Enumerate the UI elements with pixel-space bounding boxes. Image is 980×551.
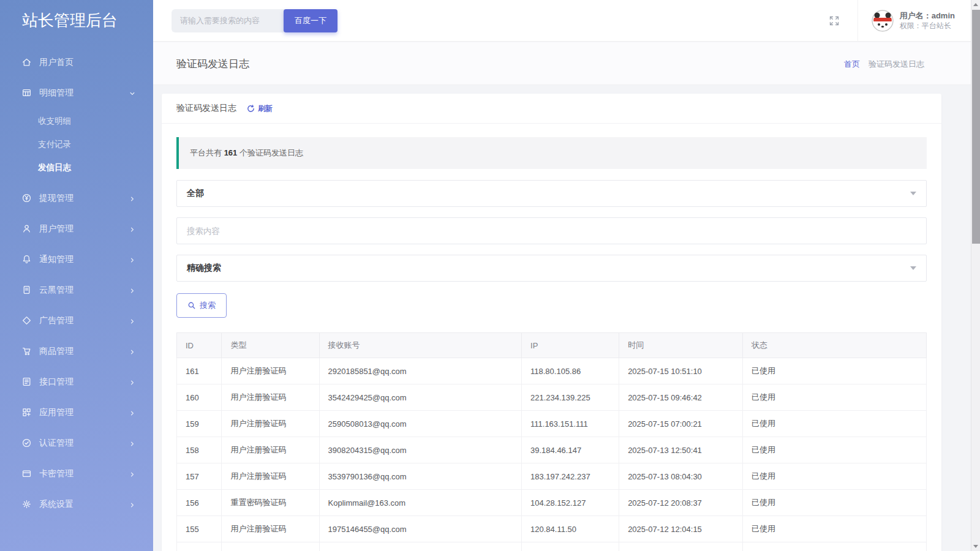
topbar-search-input[interactable]: [172, 9, 285, 32]
user-role: 权限：平台站长: [900, 21, 955, 31]
search-content-box: [176, 217, 927, 244]
exact-search-select[interactable]: 精确搜索: [176, 255, 927, 282]
table-cell: 3542429425@qq.com: [319, 384, 521, 411]
sidebar-item-card-management[interactable]: 卡密管理: [0, 459, 153, 489]
table-cell: 2025-07-13 08:04:30: [619, 463, 743, 490]
table-icon: [21, 88, 32, 98]
table-cell: 154: [177, 542, 222, 551]
table-cell: 104.28.152.127: [522, 490, 619, 516]
chevron-right-icon: [129, 225, 136, 233]
scroll-up-icon[interactable]: [971, 0, 980, 9]
table-row: 158用户注册验证码3908204315@qq.com39.184.46.147…: [177, 437, 927, 463]
table-cell: 118.80.105.86: [522, 358, 619, 384]
table-cell: 1975146455@qq.com: [319, 516, 521, 542]
table-cell: 用户注册验证码: [222, 437, 319, 463]
fullscreen-icon[interactable]: [822, 9, 846, 33]
card-icon: [21, 468, 32, 479]
home-icon: [21, 57, 32, 67]
card-title: 验证码发送日志: [176, 103, 236, 114]
scrollbar-thumb[interactable]: [972, 10, 980, 244]
table-cell: 用户注册验证码: [222, 384, 319, 411]
sidebar-item-system-settings[interactable]: 系统设置: [0, 489, 153, 520]
table-cell: 已使用: [743, 463, 927, 490]
sidebar-item-user-home[interactable]: 用户首页: [0, 47, 153, 78]
page-title: 验证码发送日志: [176, 57, 249, 71]
summary-alert: 平台共有 161 个验证码发送日志: [176, 137, 927, 169]
table-cell: 已使用: [743, 542, 927, 551]
table-row: 159用户注册验证码2590508013@qq.com111.163.151.1…: [177, 411, 927, 437]
search-button[interactable]: 搜索: [176, 293, 227, 318]
brand-title: 站长管理后台: [0, 0, 123, 30]
avatar: [872, 10, 894, 32]
table-cell: 161: [177, 358, 222, 384]
sidebar-item-label: 提现管理: [39, 193, 129, 204]
chevron-right-icon: [129, 409, 136, 416]
chevron-right-icon: [129, 378, 136, 386]
table-cell: 已使用: [743, 358, 927, 384]
sidebar-item-goods-management[interactable]: 商品管理: [0, 336, 153, 367]
scroll-down-icon[interactable]: [971, 542, 980, 551]
column-header: 时间: [619, 333, 743, 358]
table-cell: 2920185851@qq.com: [319, 358, 521, 384]
exact-search-value: 精确搜索: [187, 263, 910, 274]
table-cell: 158: [177, 437, 222, 463]
sidebar-item-notice-management[interactable]: 通知管理: [0, 244, 153, 275]
baidu-search-button[interactable]: 百度一下: [284, 9, 337, 32]
sidebar-item-detail-management[interactable]: 明细管理: [0, 78, 153, 108]
column-header: 接收账号: [319, 333, 521, 358]
main-content: 验证码发送日志 首页 验证码发送日志 验证码发送日志 刷新 平台共有 161 个…: [153, 42, 971, 551]
chevron-down-icon: [910, 192, 916, 195]
table-cell: 3539790136@qq.com: [319, 463, 521, 490]
chevron-right-icon: [129, 317, 136, 324]
chevron-down-icon: [129, 89, 136, 97]
sidebar-item-label: 广告管理: [39, 315, 129, 326]
sidebar-item-label: 云黑管理: [39, 285, 129, 296]
user-meta: 用户名：admin 权限：平台站长: [900, 10, 955, 31]
diamond-icon: [21, 315, 32, 326]
sidebar-item-cloud-blacklist-management[interactable]: 云黑管理: [0, 275, 153, 305]
table-cell: 106.115.86.241: [522, 542, 619, 551]
chevron-right-icon: [129, 348, 136, 355]
table-row: 154用户注册验证码2265198332@qq.com106.115.86.24…: [177, 542, 927, 551]
sidebar-item-user-management[interactable]: 用户管理: [0, 214, 153, 244]
column-header: 类型: [222, 333, 319, 358]
sidebar-item-label: 用户管理: [39, 223, 129, 234]
vertical-scrollbar[interactable]: [971, 0, 980, 551]
sidebar-item-app-management[interactable]: 应用管理: [0, 397, 153, 428]
table-cell: 用户注册验证码: [222, 516, 319, 542]
table-cell: 已使用: [743, 411, 927, 437]
table-cell: 重置密码验证码: [222, 490, 319, 516]
sidebar-subitem-send-log[interactable]: 发信日志: [0, 156, 153, 179]
sidebar-subitem-payment-records[interactable]: 支付记录: [0, 133, 153, 156]
apps-icon: [21, 407, 32, 418]
sidebar-subitem-income-expense-detail[interactable]: 收支明细: [0, 110, 153, 133]
sidebar-item-ad-management[interactable]: 广告管理: [0, 305, 153, 336]
user-name: 用户名：admin: [900, 10, 955, 21]
sidebar-item-label: 用户首页: [39, 57, 136, 68]
chevron-right-icon: [129, 256, 136, 263]
check-icon: [21, 438, 32, 448]
table-row: 156重置密码验证码Koplimmail@163.com104.28.152.1…: [177, 490, 927, 516]
table-row: 157用户注册验证码3539790136@qq.com183.197.242.2…: [177, 463, 927, 490]
sidebar-item-api-management[interactable]: 接口管理: [0, 367, 153, 397]
gear-icon: [21, 499, 32, 509]
table-cell: 111.163.151.111: [522, 411, 619, 437]
type-select[interactable]: 全部: [176, 180, 927, 207]
table-cell: 2025-07-15 07:00:21: [619, 411, 743, 437]
list-icon: [21, 377, 32, 387]
search-content-input[interactable]: [187, 227, 916, 236]
sidebar-submenu: 收支明细支付记录发信日志: [0, 108, 153, 183]
breadcrumb-home-link[interactable]: 首页: [844, 59, 860, 70]
sidebar-item-withdraw-management[interactable]: 提现管理: [0, 183, 153, 214]
table-cell: 已使用: [743, 516, 927, 542]
breadcrumb-current: 验证码发送日志: [869, 59, 924, 70]
card-body: 平台共有 161 个验证码发送日志 全部 精确搜索 搜索: [162, 124, 941, 551]
sidebar-item-label: 认证管理: [39, 438, 129, 449]
table-cell: 159: [177, 411, 222, 437]
table-cell: 用户注册验证码: [222, 411, 319, 437]
table-cell: 已使用: [743, 490, 927, 516]
sidebar-item-auth-management[interactable]: 认证管理: [0, 428, 153, 459]
user-panel[interactable]: 用户名：admin 权限：平台站长: [858, 0, 971, 41]
column-header: ID: [177, 333, 222, 358]
refresh-button[interactable]: 刷新: [246, 103, 273, 114]
